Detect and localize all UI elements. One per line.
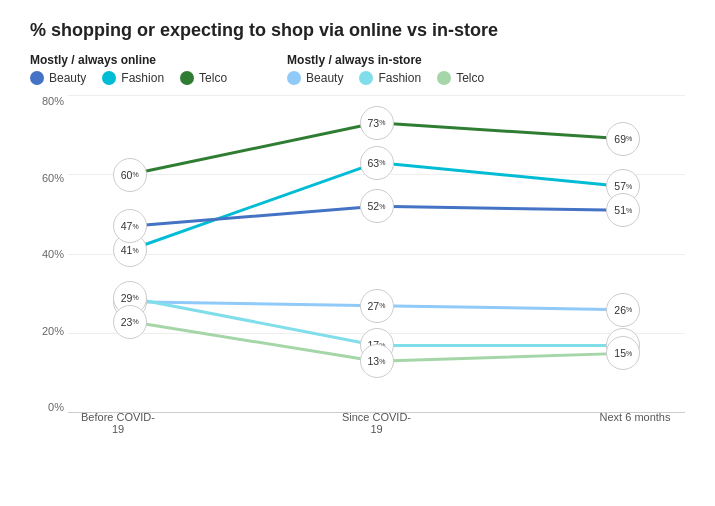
legend-instore-telco: Telco: [437, 71, 484, 85]
legend-dot-online-beauty: [30, 71, 44, 85]
legend-label-online-fashion: Fashion: [121, 71, 164, 85]
legend-dot-instore-telco: [437, 71, 451, 85]
data-label-online-fashion-1: 63%: [360, 146, 394, 180]
legend-instore-fashion: Fashion: [359, 71, 421, 85]
legend-online-fashion: Fashion: [102, 71, 164, 85]
legend-online: Mostly / always online Beauty Fashion Te…: [30, 53, 227, 85]
legend-instore: Mostly / always in-store Beauty Fashion …: [287, 53, 484, 85]
x-label-before: Before COVID-19: [78, 411, 158, 435]
y-label-40: 40%: [30, 248, 68, 260]
y-label-20: 20%: [30, 325, 68, 337]
data-label-instore-beauty-1: 27%: [360, 289, 394, 323]
legend-label-instore-telco: Telco: [456, 71, 484, 85]
data-label-instore-beauty-2: 26%: [606, 293, 640, 327]
legend-instore-title: Mostly / always in-store: [287, 53, 484, 67]
data-label-online-telco-2: 69%: [606, 122, 640, 156]
legend-dot-online-telco: [180, 71, 194, 85]
data-label-online-beauty-1: 52%: [360, 189, 394, 223]
data-label-online-telco-0: 60%: [113, 158, 147, 192]
data-label-online-telco-1: 73%: [360, 106, 394, 140]
y-axis: 80% 60% 40% 20% 0%: [30, 95, 68, 435]
data-label-online-beauty-2: 51%: [606, 193, 640, 227]
legend-label-online-beauty: Beauty: [49, 71, 86, 85]
legend-online-title: Mostly / always online: [30, 53, 227, 67]
legend-label-instore-fashion: Fashion: [378, 71, 421, 85]
chart-area: 80% 60% 40% 20% 0% Before COVID-19 Since…: [30, 95, 685, 435]
x-axis: Before COVID-19 Since COVID-19 Next 6 mo…: [68, 411, 685, 435]
legend-dot-online-fashion: [102, 71, 116, 85]
chart-title: % shopping or expecting to shop via onli…: [30, 20, 685, 41]
data-label-instore-telco-2: 15%: [606, 336, 640, 370]
data-label-instore-telco-0: 23%: [113, 305, 147, 339]
data-label-online-beauty-0: 47%: [113, 209, 147, 243]
legend-label-online-telco: Telco: [199, 71, 227, 85]
legend-dot-instore-beauty: [287, 71, 301, 85]
y-label-60: 60%: [30, 172, 68, 184]
legend-online-beauty: Beauty: [30, 71, 86, 85]
x-label-next: Next 6 months: [595, 411, 675, 435]
legend-label-instore-beauty: Beauty: [306, 71, 343, 85]
y-label-80: 80%: [30, 95, 68, 107]
y-label-0: 0%: [30, 401, 68, 413]
legend-dot-instore-fashion: [359, 71, 373, 85]
legend-online-telco: Telco: [180, 71, 227, 85]
data-label-instore-telco-1: 13%: [360, 344, 394, 378]
x-label-since: Since COVID-19: [337, 411, 417, 435]
legend-instore-beauty: Beauty: [287, 71, 343, 85]
